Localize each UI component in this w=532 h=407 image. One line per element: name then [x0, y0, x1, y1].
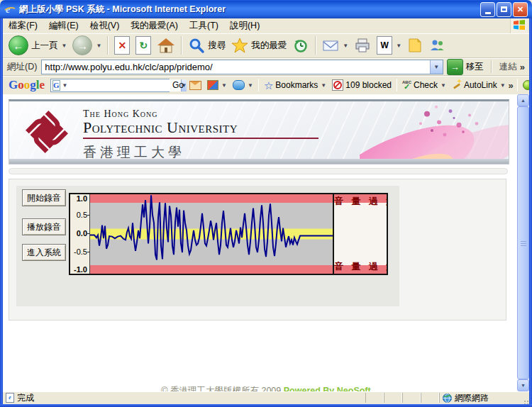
favorites-label: 我的最愛: [251, 40, 287, 52]
polyu-banner: The Hong Kong Polytechnic University 香港理…: [9, 99, 509, 165]
google-g-icon: G: [52, 80, 60, 91]
mail-button[interactable]: ▼: [319, 37, 351, 54]
pagerank-icon: [233, 80, 245, 90]
chevron-down-icon: ▼: [248, 82, 253, 89]
menu-bar: 檔案(F) 編輯(E) 檢視(V) 我的最愛(A) 工具(T) 說明(H): [3, 18, 529, 34]
back-dropdown-icon[interactable]: ▼: [62, 43, 67, 49]
messenger-button[interactable]: [426, 36, 448, 55]
forward-dropdown-icon[interactable]: ▼: [96, 43, 101, 49]
windows-logo-icon: [510, 18, 528, 33]
popup-blocked-button[interactable]: 109 blocked: [329, 79, 394, 91]
toolbar-separator: [315, 36, 316, 55]
send-to-button[interactable]: [187, 81, 204, 90]
powered-by-link[interactable]: Powered By NeoSoft: [284, 386, 371, 391]
edit-dropdown-icon[interactable]: ▼: [396, 43, 401, 49]
google-overflow-chevron[interactable]: »: [509, 80, 514, 91]
close-icon: ✕: [517, 5, 523, 14]
go-label[interactable]: 移至: [466, 61, 484, 73]
play-recording-button[interactable]: 播放錄音: [22, 218, 66, 235]
back-icon: ←: [9, 35, 28, 55]
history-button[interactable]: [289, 35, 312, 55]
favorites-button[interactable]: 我的最愛: [228, 35, 289, 55]
word-icon: W: [377, 36, 392, 55]
address-combo: ▼: [41, 60, 443, 74]
menu-view[interactable]: 檢視(V): [84, 18, 126, 33]
go-button[interactable]: →: [447, 59, 463, 75]
menu-file[interactable]: 檔案(F): [3, 18, 43, 33]
back-button[interactable]: ← 上一頁 ▼: [6, 34, 70, 57]
messenger-icon: [428, 38, 445, 53]
vertical-scrollbar[interactable]: ▲ ▼: [517, 94, 529, 391]
spellcheck-icon: ABC✓: [402, 80, 411, 91]
links-label[interactable]: 連結: [499, 61, 517, 73]
scale-label: -0.5: [74, 248, 87, 255]
print-icon: [354, 38, 371, 53]
scroll-down-button[interactable]: ▼: [517, 379, 529, 391]
refresh-button[interactable]: ↻: [133, 35, 154, 56]
maximize-icon: [501, 6, 507, 12]
stop-icon: ✕: [114, 36, 130, 55]
internet-globe-icon: [443, 394, 452, 403]
menu-favorites[interactable]: 我的最愛(A): [125, 18, 184, 33]
menu-tools[interactable]: 工具(T): [184, 18, 224, 33]
address-dropdown-button[interactable]: ▼: [430, 60, 443, 74]
search-button[interactable]: 搜尋: [185, 35, 228, 55]
scale-label: 0.0: [77, 230, 87, 237]
google-search-input[interactable]: [68, 79, 181, 91]
google-g-dropdown-icon[interactable]: ▼: [62, 82, 68, 89]
print-button[interactable]: [351, 36, 374, 55]
recorder-panel: 開始錄音 播放錄音 進入系統 1.0 0.5 0.0 -0.5 -1.0: [16, 186, 399, 306]
links-chevron-icon[interactable]: »: [520, 62, 525, 72]
security-zone: 網際網路: [439, 393, 522, 403]
menu-help[interactable]: 說明(H): [224, 18, 265, 33]
arrow-down-icon: ▼: [521, 383, 526, 388]
close-button[interactable]: ✕: [513, 2, 528, 17]
spellcheck-button[interactable]: ABC✓ Check ▼: [399, 80, 449, 91]
popup-blocked-icon: [332, 79, 343, 91]
waveform-widget: 1.0 0.5 0.0 -0.5 -1.0: [69, 193, 388, 275]
university-name-chinese: 香港理工大學: [83, 143, 318, 162]
clip-band-top: [90, 194, 333, 203]
menu-edit[interactable]: 編輯(E): [43, 18, 84, 33]
start-recording-button[interactable]: 開始錄音: [22, 189, 66, 206]
scroll-up-button[interactable]: ▲: [517, 94, 529, 106]
stop-button[interactable]: ✕: [111, 35, 133, 56]
google-separator: [397, 79, 397, 91]
chevron-down-icon: ▼: [500, 82, 506, 89]
options-button[interactable]: ▼: [204, 80, 230, 90]
banner-title: The Hong Kong Polytechnic University 香港理…: [83, 108, 318, 162]
spellcheck-label: Check: [414, 80, 438, 90]
search-label: 搜尋: [208, 40, 226, 52]
volume-warning-bottom: 音 量 過 大: [334, 260, 387, 273]
note-icon: [407, 38, 423, 53]
google-go-button[interactable]: Go: [170, 80, 187, 90]
polyu-logo-icon: [21, 106, 73, 158]
pagerank-button[interactable]: ▼: [230, 80, 256, 90]
scrollbar-thumb[interactable]: [517, 106, 529, 379]
edit-with-word-button[interactable]: W ▼: [374, 35, 404, 56]
mail-dropdown-icon[interactable]: ▼: [343, 43, 348, 49]
bookmarks-label: Bookmarks: [275, 80, 318, 90]
bookmarks-button[interactable]: ☆ Bookmarks ▼: [261, 80, 329, 91]
home-icon: [157, 37, 175, 54]
address-input[interactable]: [42, 61, 429, 73]
status-left: e 完成: [3, 392, 365, 404]
window-border-bottom: [0, 404, 532, 407]
history-icon: [292, 37, 309, 54]
minimize-icon: [485, 12, 491, 14]
status-pane: [365, 393, 384, 403]
copyright-text: © 香港理工大學版權所有 2009: [161, 386, 281, 391]
standard-toolbar: ← 上一頁 ▼ → ▼ ✕ ↻ 搜尋: [3, 33, 529, 58]
autolink-button[interactable]: AutoLink ▼: [449, 80, 509, 90]
maximize-button[interactable]: [497, 2, 511, 17]
toolbar-separator: [181, 36, 182, 55]
banner-art: [360, 101, 509, 164]
enter-system-button[interactable]: 進入系統: [22, 244, 66, 261]
home-button[interactable]: [154, 35, 178, 55]
resize-grip[interactable]: [522, 393, 529, 403]
scale-tick: [87, 233, 89, 234]
bookmarks-star-icon: ☆: [264, 80, 273, 91]
forward-button[interactable]: → ▼: [70, 34, 104, 57]
discuss-button[interactable]: [404, 36, 426, 55]
minimize-button[interactable]: [480, 2, 495, 17]
